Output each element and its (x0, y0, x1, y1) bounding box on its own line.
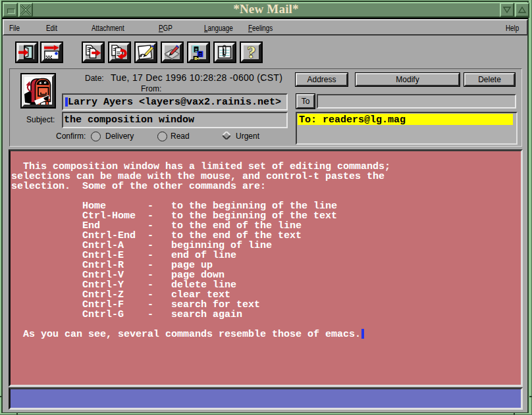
svg-text:?: ? (247, 45, 255, 60)
